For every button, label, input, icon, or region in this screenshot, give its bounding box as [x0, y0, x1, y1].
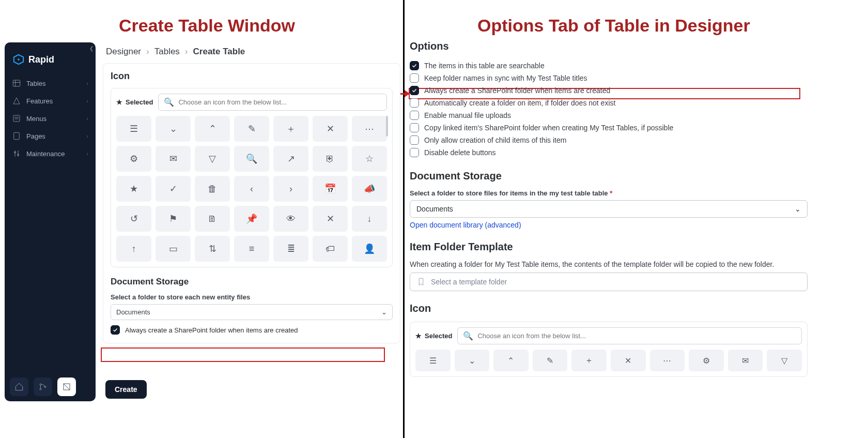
download-icon[interactable]: ↓	[352, 206, 387, 232]
calendar-icon[interactable]: 📅	[313, 176, 348, 202]
checkbox[interactable]	[410, 98, 419, 108]
star-outline-icon[interactable]: ☆	[352, 146, 387, 172]
device-icon[interactable]: ▭	[156, 236, 191, 262]
chevron-up-icon[interactable]: ⌃	[493, 350, 529, 371]
bottombar-design-button[interactable]	[57, 377, 76, 396]
shield-icon[interactable]: ⛨	[313, 146, 348, 172]
menu-icon[interactable]: ☰	[116, 116, 151, 142]
more-icon[interactable]: ⋯	[650, 350, 685, 371]
align-left-icon[interactable]: ≣	[273, 236, 308, 262]
close-icon[interactable]: ✕	[611, 350, 646, 371]
eye-icon[interactable]: 👁	[273, 206, 308, 232]
icon-search-field[interactable]	[178, 98, 381, 106]
checkbox[interactable]	[410, 61, 419, 70]
template-placeholder: Select a template folder	[431, 278, 507, 286]
filter-icon[interactable]: ▽	[767, 350, 802, 371]
sidebar-item-label: Features	[26, 97, 53, 105]
option-disable-delete[interactable]: Disable delete buttons	[410, 146, 808, 159]
sidebar-collapse-icon[interactable]: ❮	[89, 46, 94, 51]
chevron-down-icon: ⌄	[795, 205, 801, 213]
file-icon[interactable]: 🗎	[195, 206, 230, 232]
sidebar-item-maintenance[interactable]: Maintenance›	[5, 145, 96, 162]
create-button[interactable]: Create	[105, 380, 147, 399]
checkbox[interactable]	[410, 111, 419, 120]
align-center-icon[interactable]: ≡	[234, 236, 269, 262]
breadcrumb: Designer › Tables › Create Table	[103, 42, 400, 63]
checkbox[interactable]	[410, 148, 419, 157]
chevron-right-icon: ›	[146, 47, 149, 57]
star-filled-icon[interactable]: ★	[116, 176, 151, 202]
selected-label: ★ Selected	[116, 98, 153, 106]
always-create-folder-checkbox[interactable]	[111, 325, 120, 335]
check-icon[interactable]: ✓	[156, 176, 191, 202]
brand-logo[interactable]: Rapid	[5, 42, 96, 70]
sidebar-item-tables[interactable]: Tables›	[5, 74, 96, 92]
option-searchable[interactable]: The items in this table are searchable	[410, 59, 808, 72]
sidebar-item-menus[interactable]: Menus›	[5, 110, 96, 127]
template-folder-input[interactable]: Select a template folder	[410, 273, 808, 291]
chevron-down-icon: ⌄	[381, 308, 387, 316]
option-child-only[interactable]: Only allow creation of child items of th…	[410, 134, 808, 146]
sort-icon[interactable]: ⇅	[195, 236, 230, 262]
icon-search-input-right[interactable]: 🔍	[457, 327, 802, 344]
flag-icon[interactable]: ⚑	[156, 206, 191, 232]
mail-icon[interactable]: ✉	[156, 146, 191, 172]
sidebar-item-features[interactable]: Features›	[5, 92, 96, 110]
chevron-down-icon[interactable]: ⌄	[156, 116, 191, 142]
option-keep-sync[interactable]: Keep folder names in sync with My Test T…	[410, 72, 808, 84]
checkbox[interactable]	[410, 86, 419, 95]
option-auto-create[interactable]: Automatically create a folder on item, i…	[410, 97, 808, 109]
sidebar: ❮ Rapid Tables› Features› Menus› Pages›	[5, 42, 96, 401]
option-copy-linked[interactable]: Copy linked item's SharePoint folder whe…	[410, 122, 808, 134]
close-icon[interactable]: ✕	[313, 116, 348, 142]
brand-name: Rapid	[28, 54, 54, 65]
share-icon[interactable]: ↗	[273, 146, 308, 172]
pin-icon[interactable]: 📌	[234, 206, 269, 232]
svg-rect-2	[13, 80, 20, 86]
crumb-current: Create Table	[193, 47, 245, 57]
always-create-folder-label: Always create a SharePoint folder when i…	[125, 326, 298, 334]
search-icon[interactable]: 🔍	[234, 146, 269, 172]
doc-storage-field-label: Select a folder to store files for items…	[410, 189, 808, 197]
folder-dropdown[interactable]: Documents ⌄	[111, 304, 393, 320]
checkbox[interactable]	[410, 73, 419, 83]
plus-icon[interactable]: ＋	[273, 116, 308, 142]
tag-icon[interactable]: 🏷	[313, 236, 348, 262]
x-icon[interactable]: ✕	[313, 206, 348, 232]
crumb-tables[interactable]: Tables	[154, 47, 180, 57]
option-manual-upload[interactable]: Enable manual file uploads	[410, 109, 808, 122]
checkbox[interactable]	[410, 135, 419, 145]
sidebar-item-pages[interactable]: Pages›	[5, 127, 96, 145]
mail-icon[interactable]: ✉	[728, 350, 763, 371]
chevron-down-icon[interactable]: ⌄	[455, 350, 490, 371]
bottombar-home-button[interactable]	[10, 377, 28, 396]
doc-storage-dropdown[interactable]: Documents ⌄	[410, 200, 808, 218]
selected-text: Selected	[126, 98, 153, 106]
chevron-up-icon[interactable]: ⌃	[195, 116, 230, 142]
option-always-create[interactable]: Always create a SharePoint folder when i…	[410, 84, 808, 97]
megaphone-icon[interactable]: 📣	[352, 176, 387, 202]
icon-search-field[interactable]	[477, 332, 796, 340]
trash-icon[interactable]: 🗑	[195, 176, 230, 202]
undo-icon[interactable]: ↺	[116, 206, 151, 232]
pencil-icon[interactable]: ✎	[234, 116, 269, 142]
checkbox[interactable]	[410, 123, 419, 132]
plus-icon[interactable]: ＋	[571, 350, 607, 371]
filter-icon[interactable]: ▽	[195, 146, 230, 172]
icon-search-input[interactable]: 🔍	[158, 94, 387, 111]
upload-icon[interactable]: ↑	[116, 236, 151, 262]
option-label: Automatically create a folder on item, i…	[424, 99, 615, 107]
gear-icon[interactable]: ⚙	[689, 350, 724, 371]
crumb-designer[interactable]: Designer	[106, 47, 141, 57]
bottombar-branch-button[interactable]	[34, 377, 52, 396]
chevron-right-icon[interactable]: ›	[273, 176, 308, 202]
grid-scrollbar[interactable]	[386, 116, 388, 281]
user-icon[interactable]: 👤	[352, 236, 387, 262]
gear-icon[interactable]: ⚙	[116, 146, 151, 172]
doc-storage-section-title: Document Storage	[410, 170, 808, 182]
open-library-link[interactable]: Open document library (advanced)	[410, 221, 521, 229]
pencil-icon[interactable]: ✎	[533, 350, 568, 371]
chevron-left-icon[interactable]: ‹	[234, 176, 269, 202]
menu-icon[interactable]: ☰	[415, 350, 451, 371]
more-icon[interactable]: ⋯	[352, 116, 387, 142]
